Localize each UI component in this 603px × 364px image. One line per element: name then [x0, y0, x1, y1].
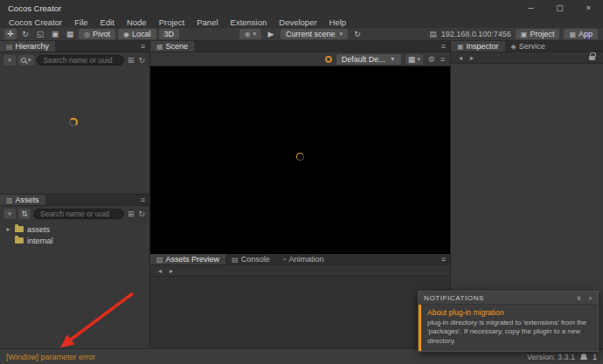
hierarchy-add-button[interactable]: +	[3, 55, 16, 65]
nav-forward-icon[interactable]: ▸	[470, 54, 474, 62]
assets-icon: ▥	[6, 196, 13, 204]
grid-icon: ▦	[408, 55, 416, 64]
asset-folder-assets[interactable]: ▸ assets	[0, 223, 149, 235]
play-button[interactable]: ▶	[265, 29, 277, 39]
inspector-toolbar: ◂ ▸	[451, 52, 603, 64]
assets-search-input[interactable]	[33, 209, 124, 219]
hierarchy-tree-area[interactable]	[0, 67, 149, 194]
pivot-icon: ◎	[84, 31, 90, 38]
move-tool-icon[interactable]: ✛	[4, 29, 17, 39]
hierarchy-refresh-icon[interactable]: ↻	[137, 56, 146, 65]
chevron-down-icon: ▾	[417, 56, 420, 63]
pivot-label: Pivot	[93, 30, 110, 38]
folder-icon	[15, 226, 24, 232]
globe-icon: ⊕	[245, 31, 251, 38]
status-error-message[interactable]: [Window] parameter error	[6, 353, 95, 361]
scene-settings-gear-icon[interactable]: ⚙	[427, 55, 436, 64]
gizmo-tool-icon[interactable]: ▦	[64, 29, 76, 39]
nav-back-icon[interactable]: ◂	[459, 54, 462, 62]
expand-arrow-icon[interactable]: ▸	[5, 225, 11, 233]
bell-icon[interactable]	[580, 354, 587, 361]
hierarchy-panel-menu-icon[interactable]: ≡	[141, 42, 145, 51]
project-icon: ▣	[521, 31, 528, 38]
minimize-button[interactable]: ─	[516, 0, 545, 16]
close-button[interactable]: ×	[574, 0, 603, 16]
menu-edit[interactable]: Edit	[94, 17, 121, 27]
hierarchy-expand-all-icon[interactable]: ⊞	[127, 56, 135, 65]
menu-extension[interactable]: Extension	[225, 17, 274, 27]
menu-developer[interactable]: Developer	[273, 17, 322, 27]
minimize-icon: ─	[528, 3, 533, 12]
transform-tools: ✛ ↻ ◱ ▣ ▦ ◎ Pivot ◉ Local 3D	[0, 29, 179, 39]
inspector-tab-label: Inspector	[467, 42, 499, 51]
notification-count-badge[interactable]: 1	[593, 353, 597, 361]
notification-item: About plug-in migration plug-in director…	[419, 305, 598, 351]
assets-add-button[interactable]: +	[3, 209, 16, 219]
open-project-button[interactable]: ▣ Project	[516, 29, 560, 39]
bottom-panel-menu-icon[interactable]: ≡	[441, 255, 446, 264]
notifications-popup: NOTIFICATIONS ∨ × About plug-in migratio…	[418, 291, 599, 352]
grid-options-button[interactable]: ▦ ▾	[405, 54, 423, 65]
scene-origin-gizmo[interactable]	[296, 153, 304, 161]
assets-expand-all-icon[interactable]: ⊞	[127, 209, 135, 218]
preview-device-button[interactable]: ⊕ ▾	[239, 29, 261, 39]
scale-tool-icon[interactable]: ◱	[34, 29, 46, 39]
menu-panel[interactable]: Panel	[191, 17, 224, 27]
device-address: 192.168.0.100:7456	[441, 30, 511, 38]
hierarchy-tabstrip: ▤ Hierarchy ≡	[0, 41, 149, 52]
hierarchy-search-input[interactable]	[37, 55, 124, 65]
collapse-icon[interactable]: ∨	[576, 294, 581, 302]
scene-view-dropdown[interactable]: Default De... ▼	[336, 54, 401, 65]
mode-3d-button[interactable]: 3D	[159, 29, 180, 39]
tab-hierarchy[interactable]: ▤ Hierarchy	[0, 41, 55, 52]
assets-search-row: + ⇅ ⊞ ↻	[0, 206, 149, 221]
local-button[interactable]: ◉ Local	[118, 29, 156, 39]
refresh-preview-button[interactable]: ↻	[351, 29, 364, 39]
scene-select-dropdown[interactable]: Current scene ▾	[281, 29, 348, 39]
project-label: Project	[530, 30, 554, 38]
pivot-button[interactable]: ◎ Pivot	[79, 29, 115, 39]
scene-toolbar-menu-icon[interactable]: ≡	[440, 55, 445, 64]
tab-scene[interactable]: ▦ Scene	[150, 41, 194, 52]
gizmo-indicator-icon[interactable]	[325, 56, 332, 63]
assets-sort-button[interactable]: ⇅	[18, 209, 31, 219]
search-filter-icon	[21, 58, 26, 63]
open-app-button[interactable]: ▦ App	[564, 29, 598, 39]
app-label: App	[579, 30, 593, 38]
scene-tabstrip: ▦ Scene ≡	[150, 41, 450, 52]
scene-viewport[interactable]	[150, 66, 450, 254]
window-title: Cocos Creator	[0, 3, 61, 13]
scene-view-value: Default De...	[342, 55, 385, 64]
tab-assets[interactable]: ▥ Assets	[0, 195, 45, 205]
assets-panel-menu-icon[interactable]: ≡	[141, 196, 145, 204]
assets-preview-toolbar: ◂ ▸	[150, 265, 450, 277]
console-tab-label: Console	[241, 255, 270, 264]
scene-panel-menu-icon[interactable]: ≡	[441, 42, 446, 51]
tab-inspector[interactable]: ▣ Inspector	[451, 41, 505, 52]
menu-node[interactable]: Node	[121, 17, 153, 27]
notification-body: plug-in directory is migrated to 'extens…	[427, 319, 592, 346]
hierarchy-filter-button[interactable]: ▾	[18, 55, 34, 65]
menu-cocos-creator[interactable]: Cocos Creator	[3, 17, 68, 27]
assets-refresh-icon[interactable]: ↻	[137, 209, 146, 218]
close-icon[interactable]: ×	[588, 294, 593, 302]
maximize-button[interactable]: ▢	[545, 0, 574, 16]
lock-icon[interactable]	[589, 56, 595, 60]
nav-back-icon[interactable]: ◂	[158, 267, 162, 275]
asset-folder-internal[interactable]: ▸ internal	[0, 235, 149, 246]
tab-console[interactable]: ▤ Console	[225, 254, 276, 264]
menu-help[interactable]: Help	[323, 17, 353, 27]
menu-project[interactable]: Project	[153, 17, 191, 27]
close-icon: ×	[586, 3, 591, 12]
nav-forward-icon[interactable]: ▸	[170, 267, 173, 275]
tab-assets-preview[interactable]: ▧ Assets Preview	[150, 254, 225, 264]
scene-toolbar: Default De... ▼ ▦ ▾ ⚙ ≡	[150, 52, 450, 66]
tab-service[interactable]: ◈ Service	[505, 41, 551, 52]
menu-file[interactable]: File	[68, 17, 94, 27]
tab-animation[interactable]: ◔ Animation	[276, 254, 330, 264]
mode-3d-label: 3D	[164, 30, 175, 38]
rotate-tool-icon[interactable]: ↻	[19, 29, 31, 39]
rect-tool-icon[interactable]: ▣	[49, 29, 61, 39]
chevron-down-icon: ▾	[28, 57, 31, 64]
tree-item-label: internal	[27, 237, 53, 245]
